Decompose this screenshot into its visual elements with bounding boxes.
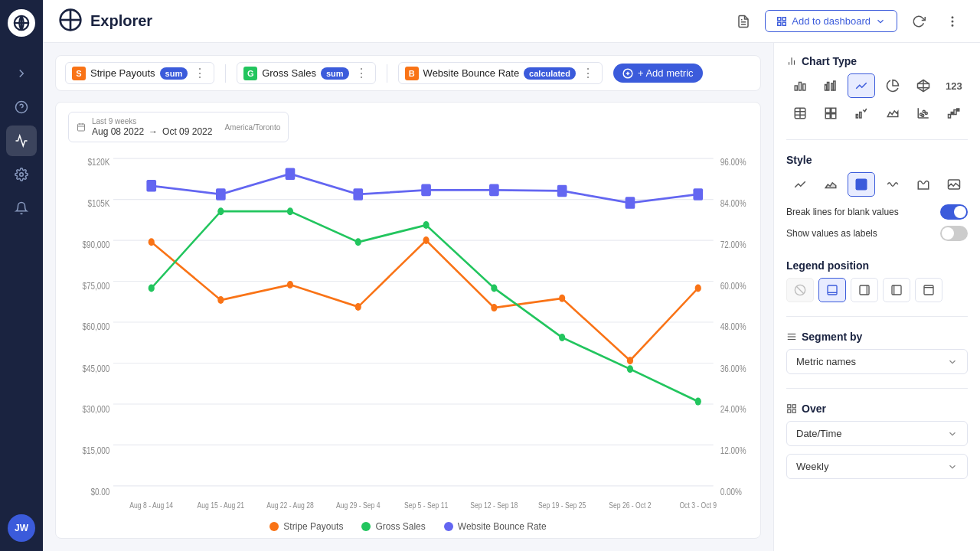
svg-point-5 — [20, 173, 24, 177]
break-lines-toggle[interactable] — [940, 204, 968, 220]
bounce-rate-label: Website Bounce Rate — [423, 67, 520, 79]
bounce-more-icon[interactable]: ⋮ — [580, 66, 596, 80]
chart-type-scatter[interactable] — [910, 101, 937, 126]
svg-point-63 — [287, 281, 293, 289]
legend-pos-left[interactable] — [883, 278, 910, 302]
show-values-knob — [942, 227, 954, 240]
svg-rect-111 — [860, 112, 861, 119]
gross-more-icon[interactable]: ⋮ — [354, 66, 369, 80]
segment-dropdown[interactable]: Metric names — [786, 349, 968, 374]
legend-pos-right[interactable] — [851, 278, 878, 302]
user-avatar[interactable]: JW — [8, 514, 35, 542]
metric-gross-sales[interactable]: G Gross Sales sum ⋮ — [237, 62, 375, 84]
svg-text:84.00%: 84.00% — [720, 198, 746, 208]
svg-text:24.00%: 24.00% — [720, 404, 746, 414]
show-values-toggle[interactable] — [940, 226, 968, 241]
legend-stripe-dot — [270, 522, 279, 531]
chart-type-pie[interactable] — [879, 73, 906, 98]
svg-rect-122 — [856, 179, 867, 191]
chart-type-grid: 123 — [786, 73, 968, 126]
chart-type-line[interactable] — [848, 73, 875, 98]
svg-rect-121 — [957, 109, 959, 111]
save-button[interactable] — [731, 9, 756, 34]
legend-gross-label: Gross Sales — [375, 521, 425, 532]
svg-rect-91 — [795, 86, 797, 90]
sidebar-item-settings[interactable] — [6, 159, 37, 190]
stripe-icon: S — [72, 67, 86, 80]
add-metric-button[interactable]: + Add metric — [613, 64, 703, 83]
segment-value: Metric names — [796, 356, 856, 367]
style-line[interactable] — [786, 172, 814, 197]
chart-type-area[interactable] — [879, 101, 906, 126]
add-to-dashboard-button[interactable]: Add to dashboard — [765, 10, 897, 32]
legend-bounce-dot — [444, 522, 453, 531]
svg-text:0.00%: 0.00% — [720, 487, 742, 497]
svg-rect-138 — [792, 405, 795, 408]
legend-bounce: Website Bounce Rate — [444, 521, 547, 532]
metric-bounce-rate[interactable]: B Website Bounce Rate calculated ⋮ — [398, 62, 603, 84]
svg-point-72 — [287, 207, 293, 215]
style-title: Style — [786, 154, 968, 166]
svg-text:$105K: $105K — [88, 198, 110, 208]
break-lines-knob — [954, 206, 966, 218]
metric-stripe-payouts[interactable]: S Stripe Payouts sum ⋮ — [65, 62, 214, 84]
legend-pos-grid — [786, 278, 968, 302]
legend-pos-none[interactable] — [786, 278, 814, 302]
svg-point-70 — [149, 284, 155, 292]
svg-point-73 — [355, 238, 361, 246]
sidebar-item-navigate[interactable] — [6, 58, 37, 89]
svg-rect-93 — [803, 84, 805, 90]
sidebar-item-analytics[interactable] — [6, 126, 37, 156]
chart-area: S Stripe Payouts sum ⋮ G Gross Sales sum… — [43, 43, 773, 551]
style-grid — [786, 172, 968, 197]
stripe-more-icon[interactable]: ⋮ — [192, 66, 207, 80]
svg-rect-120 — [954, 110, 956, 115]
chart-type-pivot[interactable] — [817, 101, 844, 126]
svg-text:Aug 22 - Aug 28: Aug 22 - Aug 28 — [266, 500, 314, 510]
show-values-label: Show values as labels — [786, 228, 877, 239]
sidebar: JW — [0, 0, 43, 551]
style-bar[interactable] — [910, 172, 937, 197]
svg-rect-108 — [825, 114, 830, 119]
chart-type-icon — [786, 56, 797, 67]
date-range[interactable]: Last 9 weeks Aug 08 2022 → Oct 09 2022 A… — [68, 112, 289, 142]
frequency-dropdown[interactable]: Weekly — [786, 454, 968, 479]
svg-point-61 — [149, 238, 155, 246]
bounce-rate-icon: B — [405, 67, 419, 80]
sidebar-item-help[interactable] — [6, 92, 37, 122]
svg-rect-84 — [489, 184, 499, 197]
svg-text:Sep 19 - Sep 25: Sep 19 - Sep 25 — [538, 500, 586, 510]
svg-point-64 — [355, 303, 361, 311]
more-options-button[interactable] — [940, 9, 965, 34]
content-area: S Stripe Payouts sum ⋮ G Gross Sales sum… — [43, 43, 980, 551]
svg-point-116 — [925, 112, 927, 115]
style-area[interactable] — [817, 172, 844, 197]
svg-rect-14 — [783, 22, 786, 25]
svg-line-125 — [796, 286, 803, 293]
style-image[interactable] — [940, 172, 968, 197]
style-wave[interactable] — [879, 172, 906, 197]
app-logo[interactable] — [8, 9, 35, 37]
chart-type-radar[interactable] — [910, 73, 937, 98]
divider-1 — [225, 64, 226, 83]
calendar-icon — [77, 122, 86, 132]
svg-text:Oct 3 - Oct 9: Oct 3 - Oct 9 — [679, 500, 717, 510]
stripe-payouts-label: Stripe Payouts — [90, 67, 155, 79]
svg-point-66 — [491, 304, 497, 311]
svg-rect-107 — [831, 108, 836, 112]
over-dropdown[interactable]: Date/Time — [786, 421, 968, 446]
chart-type-waterfall[interactable] — [940, 101, 968, 126]
legend-stripe-label: Stripe Payouts — [283, 521, 343, 532]
refresh-button[interactable] — [906, 9, 931, 34]
svg-rect-21 — [78, 124, 85, 131]
svg-rect-132 — [924, 285, 933, 295]
style-filled[interactable] — [848, 172, 875, 197]
sidebar-item-notifications[interactable] — [6, 193, 37, 223]
legend-pos-top[interactable] — [915, 278, 942, 302]
chart-type-combo[interactable] — [848, 101, 875, 126]
chart-type-grouped-bar[interactable] — [817, 73, 844, 98]
chart-type-number[interactable]: 123 — [940, 73, 968, 98]
chart-type-table[interactable] — [786, 101, 814, 126]
chart-type-bar[interactable] — [786, 73, 814, 98]
legend-pos-bottom[interactable] — [818, 278, 846, 302]
